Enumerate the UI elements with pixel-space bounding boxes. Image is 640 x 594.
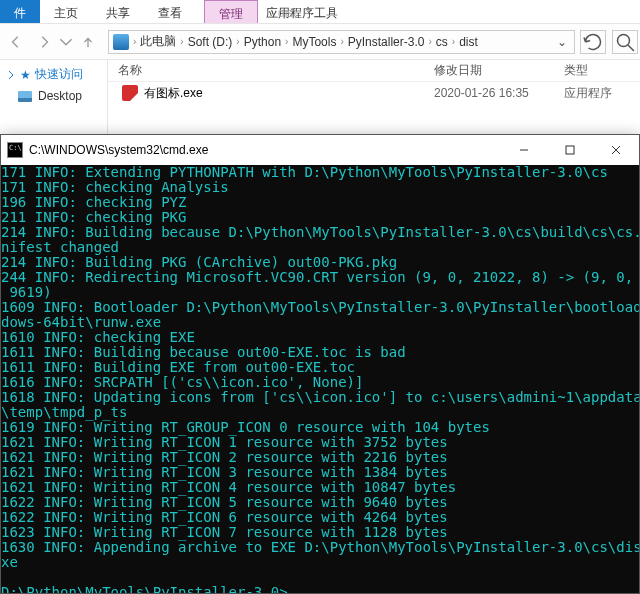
bc-item[interactable]: MyTools bbox=[292, 35, 336, 49]
table-row[interactable]: 有图标.exe 2020-01-26 16:35 应用程序 bbox=[108, 82, 640, 104]
maximize-button[interactable] bbox=[547, 135, 593, 165]
search-button[interactable] bbox=[612, 30, 638, 54]
sidebar-label: Desktop bbox=[38, 89, 82, 103]
forward-button[interactable] bbox=[30, 28, 58, 56]
bc-item[interactable]: 此电脑 bbox=[140, 33, 176, 50]
bc-item[interactable]: cs bbox=[436, 35, 448, 49]
path-dropdown[interactable]: ⌄ bbox=[554, 35, 570, 49]
sidebar-label: 快速访问 bbox=[35, 66, 83, 83]
tab-home[interactable]: 主页 bbox=[40, 0, 92, 23]
back-button[interactable] bbox=[2, 28, 30, 56]
drive-icon bbox=[113, 34, 129, 50]
cmd-title: C:\WINDOWS\system32\cmd.exe bbox=[29, 143, 501, 157]
cmd-output[interactable]: 171 INFO: Extending PYTHONPATH with D:\P… bbox=[1, 165, 639, 593]
cmd-icon bbox=[7, 142, 23, 158]
file-type: 应用程序 bbox=[564, 85, 640, 102]
recent-dropdown[interactable] bbox=[58, 28, 74, 56]
file-date: 2020-01-26 16:35 bbox=[434, 86, 564, 100]
cmd-titlebar[interactable]: C:\WINDOWS\system32\cmd.exe bbox=[1, 135, 639, 165]
ribbon: 件 主页 共享 查看 管理 dist 应用程序工具 bbox=[0, 0, 640, 24]
tab-view[interactable]: 查看 bbox=[144, 0, 196, 23]
svg-rect-1 bbox=[566, 146, 574, 154]
tab-manage[interactable]: 管理 bbox=[204, 0, 258, 23]
close-button[interactable] bbox=[593, 135, 639, 165]
chevron-right-icon: › bbox=[131, 36, 138, 47]
column-headers[interactable]: 名称 修改日期 类型 bbox=[108, 60, 640, 82]
sidebar-item-desktop[interactable]: Desktop bbox=[0, 85, 107, 107]
up-button[interactable] bbox=[74, 28, 102, 56]
bc-item[interactable]: dist bbox=[459, 35, 478, 49]
minimize-button[interactable] bbox=[501, 135, 547, 165]
file-name: 有图标.exe bbox=[144, 85, 434, 102]
exe-icon bbox=[122, 85, 138, 101]
col-name[interactable]: 名称 bbox=[118, 62, 434, 79]
address-bar: › 此电脑› Soft (D:)› Python› MyTools› PyIns… bbox=[0, 24, 640, 60]
context-label-dist: dist bbox=[264, 2, 311, 20]
tab-share[interactable]: 共享 bbox=[92, 0, 144, 23]
bc-item[interactable]: Python bbox=[244, 35, 281, 49]
cmd-window: C:\WINDOWS\system32\cmd.exe 171 INFO: Ex… bbox=[0, 134, 640, 594]
refresh-button[interactable] bbox=[580, 30, 606, 54]
breadcrumb[interactable]: › 此电脑› Soft (D:)› Python› MyTools› PyIns… bbox=[108, 30, 575, 54]
sidebar-quickaccess[interactable]: ★ 快速访问 bbox=[0, 64, 107, 85]
tab-file[interactable]: 件 bbox=[0, 0, 40, 23]
col-date[interactable]: 修改日期 bbox=[434, 62, 564, 79]
svg-point-0 bbox=[618, 34, 630, 46]
bc-item[interactable]: Soft (D:) bbox=[188, 35, 233, 49]
bc-item[interactable]: PyInstaller-3.0 bbox=[348, 35, 425, 49]
desktop-icon bbox=[18, 91, 32, 102]
col-type[interactable]: 类型 bbox=[564, 62, 640, 79]
